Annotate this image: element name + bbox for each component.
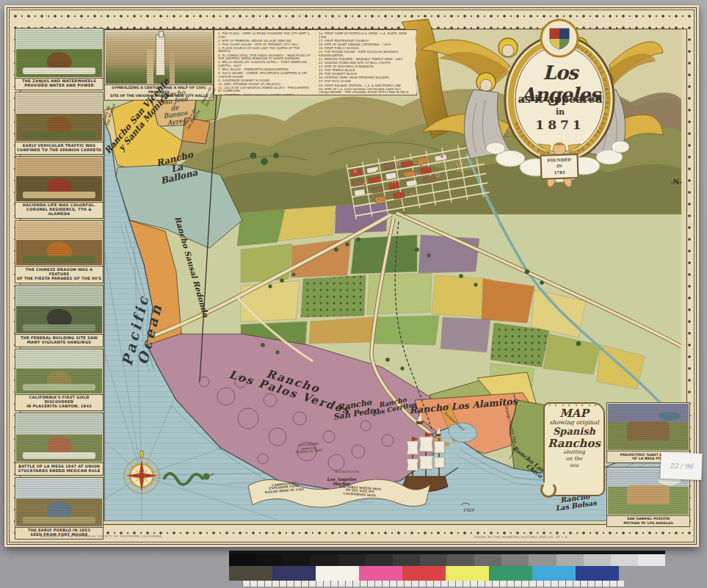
sidebar-vignette: EARLY VEHICULAR TRAFFIC WAS CONFINED TO … (15, 92, 104, 154)
gray-step (447, 554, 474, 566)
cartouche-ranchos: Ranchos (545, 438, 603, 450)
color-patch (532, 566, 576, 581)
legend-entry: 11. CALLE DE LOS NEGROS (FAMED ALLEY) - … (218, 87, 312, 93)
corner-vignette-caption: SAN GABRIEL MISSION MOTHER OF LOS ANGELE… (607, 515, 689, 527)
vignette-caption: THE FEDERAL BUILDING SITE SAW MANY VIGIL… (15, 334, 103, 346)
legend-entry: 16. FIRST CAMP OF PORTOLA & CREW - L.A. … (319, 32, 413, 39)
color-patch (316, 566, 359, 581)
vignette-sidebar: THE ZANJAS AND WATERWHEELS PROVIDED WATE… (15, 28, 104, 540)
issued-note: ISSUED BY THE PIONEERS HISTORIC MAP CO. … (474, 535, 568, 539)
color-patch (489, 566, 532, 581)
ranchos-cartouche: MAP showing original Spanish Ranchos abu… (543, 402, 605, 496)
gray-step (393, 554, 420, 566)
vignette-art (16, 286, 102, 334)
cartouche-map-word: MAP (545, 408, 603, 419)
gray-step (611, 554, 638, 566)
legend-entry: 20. THE ROUND HOUSE - KATE DOUGLAS WIGGI… (319, 51, 413, 57)
color-patch (229, 566, 272, 581)
gray-step (529, 554, 556, 566)
vignette-art (16, 93, 102, 141)
vignette-caption: HACIENDA LIFE WAS COLORFUL. CORONEL RESI… (15, 202, 103, 218)
legend-entry: 1. THE PLAZA - HERE LA REINA FOUNDED THE… (218, 32, 312, 39)
cartouche-spanish: Spanish (545, 427, 603, 437)
gray-step (501, 554, 529, 566)
sidebar-vignette: THE ZANJAS AND WATERWHEELS PROVIDED WATE… (15, 28, 104, 90)
legend-column-1: 1. THE PLAZA - HERE LA REINA FOUNDED THE… (218, 32, 312, 93)
calibration-ruler (242, 581, 624, 587)
sidebar-vignette: CALIFORNIA'S FIRST GOLD DISCOVERED IN PL… (15, 349, 104, 411)
gray-step (283, 554, 311, 566)
color-patch (446, 566, 489, 581)
gray-step (366, 554, 393, 566)
vignette-caption: BATTLE OF LA MESA 1847 AT UNION STOCKYAR… (15, 462, 103, 474)
vignette-caption: THE CHINESE DRAGON WAS A FEATURE OF THE … (15, 266, 103, 282)
vignette-art (16, 222, 102, 265)
gray-step (638, 554, 665, 566)
founded-tablet: FOUNDED IN 1781 (540, 153, 579, 180)
color-patch (402, 566, 446, 581)
catalog-sticker: 22 / 96 (660, 452, 702, 480)
legend-column-2: 16. FIRST CAMP OF PORTOLA & CREW - L.A. … (319, 32, 413, 93)
gray-step (420, 554, 447, 566)
corner-vignette-art (608, 404, 689, 450)
color-patches (229, 566, 619, 581)
cityhall-vignette: SYMBOLIZING A CENTURY AND A HALF OF CIVI… (104, 29, 214, 101)
vignette-caption: CALIFORNIA'S FIRST GOLD DISCOVERED IN PL… (15, 394, 103, 410)
gray-step (474, 554, 501, 566)
vignette-art (16, 29, 102, 77)
color-patch (359, 566, 402, 581)
legend-entry: 8. AVILA ADOBE - COMDR. STOCKTON'S QUART… (218, 72, 312, 79)
sidebar-vignette: BATTLE OF LA MESA 1847 AT UNION STOCKYAR… (15, 413, 104, 475)
color-patch (272, 566, 316, 581)
cityhall-art (106, 31, 212, 84)
vignette-art (16, 158, 102, 201)
gray-step (311, 554, 338, 566)
gray-step (584, 554, 611, 566)
vignette-art (16, 350, 102, 393)
sidebar-vignette: HACIENDA LIFE WAS COLORFUL. CORONEL RESI… (15, 156, 104, 219)
sidebar-vignette: THE EARLY PUEBLO IN 1853 SEEN FROM FORT … (15, 477, 104, 540)
legend-entry: 4. PLAZA CHURCH OF OUR LADY THE QUEEN OF… (218, 47, 312, 54)
vignette-caption: EARLY VEHICULAR TRAFFIC WAS CONFINED TO … (15, 142, 103, 153)
cartouche-abutting: abutting on the sea (545, 449, 603, 468)
approved-note: APPROVED BY THE HISTORICAL SOCIETY OF SO… (40, 534, 162, 538)
gray-step (229, 554, 256, 566)
sidebar-vignette: THE FEDERAL BUILDING SITE SAW MANY VIGIL… (15, 285, 104, 347)
gray-step (256, 554, 283, 566)
gray-step (556, 554, 584, 566)
legend-entry: 6. BELLA UNION (ST. CHARLES HOTEL) - FIR… (218, 61, 312, 68)
sidebar-vignette: THE CHINESE DRAGON WAS A FEATURE OF THE … (15, 220, 104, 283)
gray-step (338, 554, 366, 566)
color-patch (576, 566, 619, 581)
cityhall-caption: SYMBOLIZING A CENTURY AND A HALF OF CIVI… (105, 84, 213, 100)
grayscale-strip (229, 554, 665, 566)
legend-panel: 1. THE PLAZA - HERE LA REINA FOUNDED THE… (214, 29, 417, 95)
vignette-caption: THE ZANJAS AND WATERWHEELS PROVIDED WATE… (15, 78, 103, 90)
vignette-art (16, 479, 102, 526)
photographed-map: EL PUEBLO DE NUESTRA SEÑORA LA REINA DE … (0, 0, 707, 588)
vignette-art (16, 414, 102, 462)
